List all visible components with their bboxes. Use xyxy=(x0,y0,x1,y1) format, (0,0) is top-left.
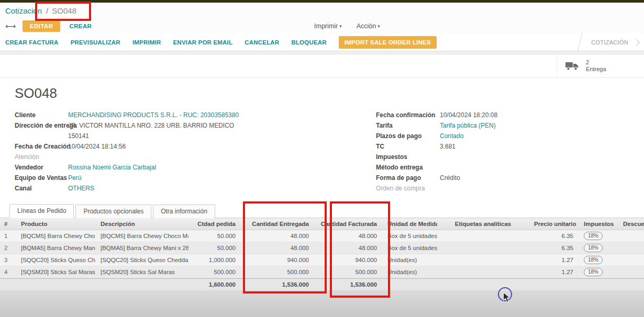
field-group-right: Fecha confirmación10/04/2024 18:20:08Tar… xyxy=(376,110,644,194)
tab-lineas-de-pedido[interactable]: Líneas de Pedido xyxy=(9,204,74,218)
table-totals-row: 1,600.0001,536.0001,536.000 xyxy=(0,278,644,290)
field-value-line2: 150141 xyxy=(68,131,376,141)
column-header-ctdad-pedida[interactable]: Ctdad pedida xyxy=(188,221,241,227)
column-header-[interactable]: # xyxy=(0,221,16,227)
column-header-etiquetas-analiticas[interactable]: Etiquetas analíticas xyxy=(437,221,529,227)
total-qty_delivered: 1,536.000 xyxy=(241,281,314,288)
field-plazos-de-pago: Plazos de pagoContado xyxy=(376,131,644,141)
tab-otra-informacion[interactable]: Otra información xyxy=(153,205,215,218)
field-fecha-de-creacion: Fecha de Creación10/04/2024 18:14:56 xyxy=(15,141,376,152)
tab-productos-opcionales[interactable]: Productos opcionales xyxy=(75,205,151,218)
field-value[interactable]: Perú xyxy=(68,173,376,183)
cell-tax: 18% xyxy=(579,244,618,252)
column-header-unidad-de-medida[interactable]: Unidad de Medida xyxy=(382,221,437,227)
form-sheet: SO048 ClienteMERCHANDISING PRODUCTS S.R.… xyxy=(0,78,644,194)
cell-num: 4 xyxy=(0,269,16,275)
statusbar-button-previsualizar[interactable]: PREVISUALIZAR xyxy=(71,39,120,46)
statusbar-button-enviar-por-email[interactable]: ENVIAR POR EMAIL xyxy=(173,39,233,46)
stage-cotizacion[interactable]: COTIZACIÓN xyxy=(579,33,644,51)
tax-badge: 18% xyxy=(584,256,603,264)
column-header-precio-unitario[interactable]: Precio unitario xyxy=(529,221,579,227)
cell-unit_price: 1.27 xyxy=(529,269,579,275)
tax-badge: 18% xyxy=(584,268,603,276)
statusbar-button-cancelar[interactable]: CANCELAR xyxy=(245,39,279,46)
field-value[interactable]: OTHERS xyxy=(68,183,376,194)
field-group-left: ClienteMERCHANDISING PRODUCTS S.R.L. - R… xyxy=(15,110,376,194)
field-value xyxy=(440,152,644,162)
field-fecha-confirmacion: Fecha confirmación10/04/2024 18:20:08 xyxy=(376,110,644,120)
field-value[interactable]: Tarifa pública (PEN) xyxy=(440,120,644,131)
cell-description: [SQSM20] Sticks Sal Maras xyxy=(95,269,188,275)
table-row[interactable]: 1[BQCM5] Barra Chewy Choco Ma...[BQCM5] … xyxy=(0,230,644,242)
edit-button[interactable]: EDITAR xyxy=(23,20,60,32)
column-header-cantidad-entregada[interactable]: Cantidad Entregada xyxy=(241,221,314,227)
cell-product: [SQSM20] Sticks Sal Maras 20 xyxy=(16,269,95,275)
field-value[interactable]: Rossina Noemi Garcia Carbajal xyxy=(68,162,376,173)
field-value: 3.681 xyxy=(440,141,644,152)
column-header-descripcion[interactable]: Descripción xyxy=(95,221,188,227)
field-tarifa: TarifaTarifa pública (PEN) xyxy=(376,120,644,131)
statusbar-button-bloquear[interactable]: BLOQUEAR xyxy=(291,39,326,46)
field-label: Forma de pago xyxy=(376,173,440,183)
column-header-impuestos[interactable]: Impuestos xyxy=(579,221,618,227)
cell-qty_invoiced: 500.000 xyxy=(314,269,382,275)
field-value[interactable]: MERCHANDISING PRODUCTS S.R.L. - RUC: 203… xyxy=(68,110,376,120)
print-menu[interactable]: Imprimir▾ xyxy=(314,22,342,30)
field-value[interactable]: Contado xyxy=(440,131,644,141)
field-impuestos: Impuestos xyxy=(376,152,644,162)
import-sale-order-lines-button[interactable]: IMPORT SALE ORDER LINES xyxy=(339,36,437,49)
record-title: SO048 xyxy=(15,85,644,101)
swap-arrows-icon[interactable]: ⟷ xyxy=(5,22,16,30)
column-header-cantidad-facturada[interactable]: Cantidad Facturada xyxy=(314,221,382,227)
action-menu[interactable]: Acción▾ xyxy=(357,22,380,30)
cell-tax: 18% xyxy=(579,256,618,264)
cell-num: 2 xyxy=(0,245,16,251)
form-card: 2 Entrega SO048 ClienteMERCHANDISING PRO… xyxy=(0,54,644,290)
statusbar-actions: CREAR FACTURAPREVISUALIZARIMPRIMIRENVIAR… xyxy=(5,39,339,46)
table-row[interactable]: 4[SQSM20] Sticks Sal Maras 20[SQSM20] St… xyxy=(0,266,644,278)
create-button[interactable]: CREAR xyxy=(69,23,92,29)
table-header-row: #ProductoDescripciónCtdad pedidaCantidad… xyxy=(0,218,644,230)
cell-qty_ordered: 1,000.000 xyxy=(188,257,241,263)
field-atencion: Atención xyxy=(15,152,376,162)
statusbar-button-crear-factura[interactable]: CREAR FACTURA xyxy=(5,39,59,46)
cell-description: [BQCM5] Barra Chewy Choco Ma... xyxy=(95,233,188,239)
field-value: JR. VICTOR MANTILLA NRO. 228 URB. BARRIO… xyxy=(68,120,376,131)
field-value: 10/04/2024 18:14:56 xyxy=(68,141,376,152)
cell-qty_invoiced: 940.000 xyxy=(314,257,382,263)
cell-uom: Box de 5 unidades xyxy=(382,233,437,239)
field-equipo-de-ventas: Equipo de VentasPerú xyxy=(15,173,376,183)
cell-qty_delivered: 940.000 xyxy=(241,257,314,263)
delivery-count: 2 xyxy=(586,59,606,66)
page-background xyxy=(0,290,644,317)
table-row[interactable]: 2[BQMA5] Barra Chewy Mani x 28 g[BQMA5] … xyxy=(0,242,644,254)
cell-uom: Unidad(es) xyxy=(382,269,437,275)
cell-qty_ordered: 50.000 xyxy=(188,233,241,239)
column-header-producto[interactable]: Producto xyxy=(16,221,95,227)
cell-unit_price: 6.35 xyxy=(529,233,579,239)
field-direccion-de-entrega: Dirección de entregaJR. VICTOR MANTILLA … xyxy=(15,120,376,141)
tax-badge: 18% xyxy=(584,232,603,240)
cell-tax: 18% xyxy=(579,232,618,240)
order-lines-table: #ProductoDescripciónCtdad pedidaCantidad… xyxy=(0,218,644,290)
delivery-label: Entrega xyxy=(586,66,606,73)
tax-badge: 18% xyxy=(584,244,603,252)
field-orden-de-compra: Orden de compra xyxy=(376,183,644,194)
cell-num: 1 xyxy=(0,233,16,239)
table-row[interactable]: 3[SQQC20] Sticks Queso Cheddar ...[SQQC2… xyxy=(0,254,644,266)
field-forma-de-pago: Forma de pagoCrédito xyxy=(376,173,644,183)
cell-qty_ordered: 500.000 xyxy=(188,269,241,275)
statusbar-button-imprimir[interactable]: IMPRIMIR xyxy=(132,39,161,46)
delivery-smart-button[interactable]: 2 Entrega xyxy=(557,54,644,77)
breadcrumb-parent-link[interactable]: Cotizacion xyxy=(5,6,42,15)
field-label: Cliente xyxy=(15,110,68,120)
notebook-tabs: Líneas de PedidoProductos opcionalesOtra… xyxy=(0,204,644,218)
column-header-descue[interactable]: Descue xyxy=(618,221,644,227)
field-canal: CanalOTHERS xyxy=(15,183,376,194)
field-label: Dirección de entrega xyxy=(15,120,68,131)
field-label: TC xyxy=(376,141,440,152)
cell-qty_delivered: 48.000 xyxy=(241,245,314,251)
record-menus: Imprimir▾ Acción▾ xyxy=(314,19,380,33)
cell-qty_ordered: 50.000 xyxy=(188,245,241,251)
field-groups: ClienteMERCHANDISING PRODUCTS S.R.L. - R… xyxy=(15,110,644,194)
